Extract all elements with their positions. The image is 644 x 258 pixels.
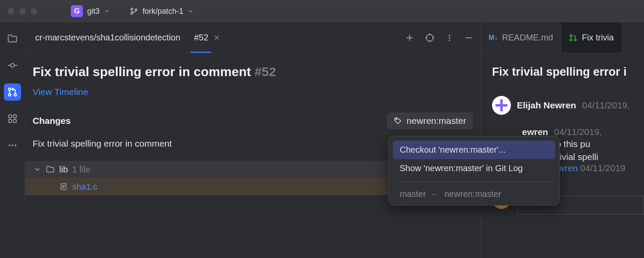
more-button[interactable] <box>445 34 454 42</box>
breadcrumb[interactable]: cr-marcstevens/sha1collisiondetection <box>32 33 184 43</box>
author-date: 04/11/2019, <box>582 100 630 111</box>
svg-point-21 <box>574 39 576 40</box>
plus-icon <box>405 33 414 43</box>
svg-rect-9 <box>9 120 12 123</box>
svg-point-17 <box>449 40 450 41</box>
pr-number: #52 <box>255 64 276 79</box>
svg-point-6 <box>14 94 16 96</box>
chevron-down-icon <box>188 8 194 14</box>
tab-pr-detail[interactable]: Fix trivia <box>561 22 622 53</box>
svg-rect-10 <box>13 120 16 123</box>
minus-icon <box>464 33 474 43</box>
svg-point-15 <box>449 34 450 36</box>
editor-tabbar: cr-marcstevens/sha1collisiondetection #5… <box>25 22 480 53</box>
branch-chip-label: newren:master <box>407 116 466 126</box>
svg-point-19 <box>570 34 572 36</box>
collapse-button[interactable] <box>464 33 474 43</box>
tag-icon <box>394 117 402 125</box>
tab-label: README.md <box>502 33 553 43</box>
menu-item-checkout[interactable]: Checkout 'newren:master'... <box>393 141 555 159</box>
activity-bar <box>0 22 25 258</box>
merge-source: newren:master <box>444 189 501 199</box>
sidebar-item-commits[interactable] <box>4 57 21 74</box>
project-name: git3 <box>87 7 100 16</box>
branch-icon <box>130 7 138 15</box>
file-icon <box>59 182 68 191</box>
sidebar-item-pull-requests[interactable] <box>4 83 21 101</box>
ellipsis-icon <box>7 140 18 150</box>
kebab-icon <box>445 34 454 42</box>
svg-point-16 <box>449 37 450 38</box>
branch-name: fork/patch-1 <box>143 7 183 16</box>
project-selector[interactable]: G git3 <box>67 3 113 19</box>
svg-point-11 <box>9 144 10 146</box>
svg-point-12 <box>12 144 13 146</box>
right-pr-title: Fix trivial spelling error i <box>492 65 644 79</box>
branch-context-menu: Checkout 'newren:master'... Show 'newren… <box>388 136 560 206</box>
svg-point-2 <box>135 9 137 11</box>
svg-point-20 <box>570 39 572 40</box>
svg-point-5 <box>8 94 10 96</box>
svg-point-4 <box>8 88 10 90</box>
pull-request-icon <box>7 86 18 98</box>
svg-point-3 <box>10 64 14 68</box>
focus-button[interactable] <box>425 33 435 43</box>
folder-icon <box>46 165 55 174</box>
author-name: Elijah Newren <box>517 100 576 111</box>
chevron-down-icon <box>104 8 110 14</box>
file-name: sha1.c <box>72 182 97 192</box>
branch-selector[interactable]: fork/patch-1 <box>126 5 197 18</box>
menu-separator <box>395 182 553 182</box>
commit-date: 04/11/2019 <box>580 163 625 173</box>
window-controls <box>8 8 37 15</box>
svg-point-1 <box>131 12 133 14</box>
merge-target: master <box>400 189 426 199</box>
project-badge: G <box>71 5 83 17</box>
new-tab-button[interactable] <box>405 33 414 43</box>
pr-title-text: Fix trivial spelling error in comment <box>33 64 251 79</box>
tab-label: #52 <box>194 33 208 43</box>
pull-request-icon <box>569 34 577 42</box>
folder-icon <box>7 33 18 44</box>
svg-point-13 <box>15 144 16 146</box>
svg-rect-8 <box>13 115 16 118</box>
close-icon[interactable]: ✕ <box>213 33 220 43</box>
sidebar-item-structure[interactable] <box>4 110 21 127</box>
svg-point-18 <box>396 119 397 120</box>
branch-chip[interactable]: newren:master <box>387 113 473 129</box>
changes-heading: Changes <box>33 116 71 126</box>
view-timeline-link[interactable]: View Timeline <box>33 87 88 97</box>
sidebar-item-more[interactable] <box>4 137 21 154</box>
event-date: 04/11/2019, <box>554 127 602 137</box>
avatar <box>492 96 511 115</box>
markdown-icon: M↓ <box>489 34 498 42</box>
menu-item-show-git-log[interactable]: Show 'newren:master' in Git Log <box>393 159 555 178</box>
minimize-window-button[interactable] <box>19 8 26 15</box>
pr-author-row: Elijah Newren 04/11/2019, <box>492 96 644 115</box>
chevron-down-icon <box>33 166 41 173</box>
svg-point-0 <box>131 8 133 10</box>
menu-footer: master ← newren:master <box>393 187 555 199</box>
tab-readme[interactable]: M↓ README.md <box>481 22 561 53</box>
tab-label: Fix trivia <box>582 33 614 43</box>
svg-rect-7 <box>9 115 12 118</box>
folder-name: lib <box>59 165 68 175</box>
tabbar-actions <box>405 33 474 43</box>
grid-icon <box>7 114 18 124</box>
pr-title: Fix trivial spelling error in comment #5… <box>33 64 473 79</box>
arrow-left-icon: ← <box>431 189 440 199</box>
titlebar: G git3 fork/patch-1 <box>0 0 644 22</box>
maximize-window-button[interactable] <box>31 8 37 15</box>
tab-pr-52[interactable]: #52 ✕ <box>189 22 225 53</box>
right-tabbar: M↓ README.md Fix trivia <box>481 22 644 53</box>
sidebar-item-explorer[interactable] <box>4 30 21 47</box>
close-window-button[interactable] <box>8 8 14 15</box>
svg-point-14 <box>426 34 433 41</box>
crosshair-icon <box>425 33 435 43</box>
folder-file-count: 1 file <box>72 165 90 175</box>
commit-icon <box>7 60 18 71</box>
